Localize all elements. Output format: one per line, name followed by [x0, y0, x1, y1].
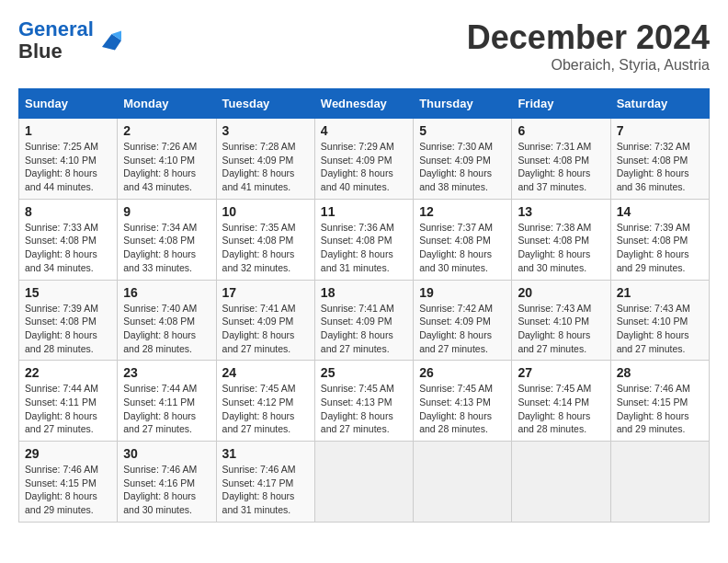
calendar-cell: 2Sunrise: 7:26 AMSunset: 4:10 PMDaylight…: [118, 119, 216, 200]
day-number: 3: [222, 123, 309, 138]
column-header-friday: Friday: [512, 89, 610, 119]
day-number: 6: [518, 123, 604, 138]
day-info: Sunrise: 7:29 AMSunset: 4:09 PMDaylight:…: [321, 140, 407, 194]
day-info: Sunrise: 7:44 AMSunset: 4:11 PMDaylight:…: [123, 382, 210, 436]
calendar-cell: 31Sunrise: 7:46 AMSunset: 4:17 PMDayligh…: [216, 442, 314, 523]
calendar-week-5: 29Sunrise: 7:46 AMSunset: 4:15 PMDayligh…: [19, 442, 710, 523]
calendar-table: SundayMondayTuesdayWednesdayThursdayFrid…: [18, 88, 710, 523]
day-info: Sunrise: 7:46 AMSunset: 4:15 PMDaylight:…: [617, 382, 703, 436]
column-header-thursday: Thursday: [414, 89, 512, 119]
day-info: Sunrise: 7:33 AMSunset: 4:08 PMDaylight:…: [25, 221, 111, 275]
day-info: Sunrise: 7:46 AMSunset: 4:16 PMDaylight:…: [123, 463, 210, 517]
calendar-cell: 10Sunrise: 7:35 AMSunset: 4:08 PMDayligh…: [216, 199, 314, 280]
day-number: 20: [518, 285, 604, 300]
day-info: Sunrise: 7:34 AMSunset: 4:08 PMDaylight:…: [123, 221, 210, 275]
column-header-sunday: Sunday: [19, 89, 118, 119]
day-info: Sunrise: 7:45 AMSunset: 4:14 PMDaylight:…: [518, 382, 604, 436]
day-info: Sunrise: 7:41 AMSunset: 4:09 PMDaylight:…: [321, 302, 407, 356]
logo-text: General Blue: [18, 18, 94, 63]
day-number: 26: [419, 365, 506, 380]
calendar-cell: 28Sunrise: 7:46 AMSunset: 4:15 PMDayligh…: [610, 361, 709, 442]
day-info: Sunrise: 7:45 AMSunset: 4:13 PMDaylight:…: [419, 382, 506, 436]
location-subtitle: Oberaich, Styria, Austria: [467, 57, 710, 74]
logo: General Blue: [18, 18, 121, 63]
day-info: Sunrise: 7:45 AMSunset: 4:13 PMDaylight:…: [321, 382, 407, 436]
calendar-cell: 17Sunrise: 7:41 AMSunset: 4:09 PMDayligh…: [216, 280, 314, 361]
calendar-week-3: 15Sunrise: 7:39 AMSunset: 4:08 PMDayligh…: [19, 280, 710, 361]
calendar-cell: [414, 442, 512, 523]
calendar-cell: 7Sunrise: 7:32 AMSunset: 4:08 PMDaylight…: [610, 119, 709, 200]
calendar-cell: 23Sunrise: 7:44 AMSunset: 4:11 PMDayligh…: [118, 361, 216, 442]
day-number: 18: [321, 285, 407, 300]
day-info: Sunrise: 7:25 AMSunset: 4:10 PMDaylight:…: [25, 140, 111, 194]
day-info: Sunrise: 7:46 AMSunset: 4:17 PMDaylight:…: [222, 463, 309, 517]
day-number: 23: [123, 365, 210, 380]
calendar-cell: 21Sunrise: 7:43 AMSunset: 4:10 PMDayligh…: [610, 280, 709, 361]
day-number: 13: [518, 204, 604, 219]
day-info: Sunrise: 7:36 AMSunset: 4:08 PMDaylight:…: [321, 221, 407, 275]
column-header-monday: Monday: [118, 89, 216, 119]
calendar-body: 1Sunrise: 7:25 AMSunset: 4:10 PMDaylight…: [19, 119, 710, 523]
day-info: Sunrise: 7:43 AMSunset: 4:10 PMDaylight:…: [617, 302, 703, 356]
day-number: 11: [321, 204, 407, 219]
calendar-cell: [512, 442, 610, 523]
day-number: 24: [222, 365, 309, 380]
calendar-cell: 14Sunrise: 7:39 AMSunset: 4:08 PMDayligh…: [610, 199, 709, 280]
calendar-cell: 18Sunrise: 7:41 AMSunset: 4:09 PMDayligh…: [314, 280, 413, 361]
calendar-cell: 5Sunrise: 7:30 AMSunset: 4:09 PMDaylight…: [414, 119, 512, 200]
day-number: 7: [617, 123, 703, 138]
day-info: Sunrise: 7:45 AMSunset: 4:12 PMDaylight:…: [222, 382, 309, 436]
calendar-cell: 30Sunrise: 7:46 AMSunset: 4:16 PMDayligh…: [118, 442, 216, 523]
calendar-week-4: 22Sunrise: 7:44 AMSunset: 4:11 PMDayligh…: [19, 361, 710, 442]
day-number: 14: [617, 204, 703, 219]
calendar-cell: 3Sunrise: 7:28 AMSunset: 4:09 PMDaylight…: [216, 119, 314, 200]
day-number: 28: [617, 365, 703, 380]
day-number: 12: [419, 204, 506, 219]
day-info: Sunrise: 7:38 AMSunset: 4:08 PMDaylight:…: [518, 221, 604, 275]
calendar-cell: [610, 442, 709, 523]
day-info: Sunrise: 7:41 AMSunset: 4:09 PMDaylight:…: [222, 302, 309, 356]
day-number: 9: [123, 204, 210, 219]
calendar-cell: 11Sunrise: 7:36 AMSunset: 4:08 PMDayligh…: [314, 199, 413, 280]
day-info: Sunrise: 7:35 AMSunset: 4:08 PMDaylight:…: [222, 221, 309, 275]
day-info: Sunrise: 7:39 AMSunset: 4:08 PMDaylight:…: [25, 302, 111, 356]
calendar-cell: 19Sunrise: 7:42 AMSunset: 4:09 PMDayligh…: [414, 280, 512, 361]
day-info: Sunrise: 7:31 AMSunset: 4:08 PMDaylight:…: [518, 140, 604, 194]
day-number: 10: [222, 204, 309, 219]
column-header-saturday: Saturday: [610, 89, 709, 119]
day-number: 21: [617, 285, 703, 300]
calendar-cell: 13Sunrise: 7:38 AMSunset: 4:08 PMDayligh…: [512, 199, 610, 280]
day-info: Sunrise: 7:44 AMSunset: 4:11 PMDaylight:…: [25, 382, 111, 436]
logo-line1: General: [18, 17, 94, 40]
day-number: 2: [123, 123, 210, 138]
day-info: Sunrise: 7:26 AMSunset: 4:10 PMDaylight:…: [123, 140, 210, 194]
column-header-wednesday: Wednesday: [314, 89, 413, 119]
day-number: 29: [25, 446, 111, 461]
month-title: December 2024: [467, 18, 710, 57]
calendar-cell: 29Sunrise: 7:46 AMSunset: 4:15 PMDayligh…: [19, 442, 118, 523]
day-info: Sunrise: 7:39 AMSunset: 4:08 PMDaylight:…: [617, 221, 703, 275]
calendar-cell: [314, 442, 413, 523]
day-number: 5: [419, 123, 506, 138]
calendar-cell: 1Sunrise: 7:25 AMSunset: 4:10 PMDaylight…: [19, 119, 118, 200]
day-info: Sunrise: 7:43 AMSunset: 4:10 PMDaylight:…: [518, 302, 604, 356]
page-header: General Blue December 2024 Oberaich, Sty…: [18, 18, 710, 74]
day-number: 25: [321, 365, 407, 380]
calendar-cell: 22Sunrise: 7:44 AMSunset: 4:11 PMDayligh…: [19, 361, 118, 442]
day-info: Sunrise: 7:42 AMSunset: 4:09 PMDaylight:…: [419, 302, 506, 356]
logo-icon: [96, 28, 121, 53]
calendar-cell: 8Sunrise: 7:33 AMSunset: 4:08 PMDaylight…: [19, 199, 118, 280]
calendar-cell: 9Sunrise: 7:34 AMSunset: 4:08 PMDaylight…: [118, 199, 216, 280]
calendar-week-2: 8Sunrise: 7:33 AMSunset: 4:08 PMDaylight…: [19, 199, 710, 280]
day-number: 31: [222, 446, 309, 461]
calendar-cell: 20Sunrise: 7:43 AMSunset: 4:10 PMDayligh…: [512, 280, 610, 361]
calendar-cell: 15Sunrise: 7:39 AMSunset: 4:08 PMDayligh…: [19, 280, 118, 361]
day-info: Sunrise: 7:28 AMSunset: 4:09 PMDaylight:…: [222, 140, 309, 194]
day-number: 4: [321, 123, 407, 138]
calendar-cell: 4Sunrise: 7:29 AMSunset: 4:09 PMDaylight…: [314, 119, 413, 200]
calendar-cell: 24Sunrise: 7:45 AMSunset: 4:12 PMDayligh…: [216, 361, 314, 442]
day-number: 15: [25, 285, 111, 300]
day-number: 16: [123, 285, 210, 300]
day-number: 30: [123, 446, 210, 461]
day-info: Sunrise: 7:46 AMSunset: 4:15 PMDaylight:…: [25, 463, 111, 517]
